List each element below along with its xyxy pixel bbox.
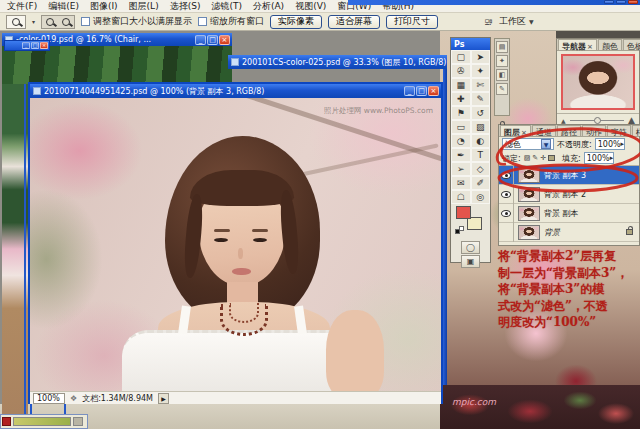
maximize-button[interactable]: □ xyxy=(416,86,427,96)
eraser-tool[interactable]: ▭ xyxy=(451,120,471,134)
maximize-button[interactable]: □ xyxy=(207,35,218,45)
minimized-palette[interactable] xyxy=(0,414,88,429)
navigator-tab-2[interactable]: 色板 xyxy=(623,39,640,50)
slider-handle[interactable] xyxy=(594,117,601,124)
dock-icon-d[interactable]: ✎ xyxy=(496,83,508,95)
resize-window-option[interactable]: 调整窗口大小以满屏显示 xyxy=(81,15,192,28)
dodge-tool[interactable]: ◐ xyxy=(471,134,491,148)
clone-stamp-tool[interactable]: ⚑ xyxy=(451,106,471,120)
blur-tool[interactable]: ◔ xyxy=(451,134,471,148)
layers-tab-0[interactable]: 图层× xyxy=(500,125,531,136)
menu-item-7[interactable]: 视图(V) xyxy=(295,0,326,13)
zoom-all-option[interactable]: 缩放所有窗口 xyxy=(198,15,264,28)
lasso-tool[interactable]: ✇ xyxy=(451,64,471,78)
layers-tab-4[interactable]: 字符 xyxy=(607,125,631,136)
crop-tool[interactable]: ▦ xyxy=(451,78,471,92)
type-tool[interactable]: T xyxy=(471,148,491,162)
foreground-color-swatch[interactable] xyxy=(456,206,471,219)
app-minimize-button[interactable] xyxy=(604,0,614,4)
zoom-in-out-buttons[interactable] xyxy=(41,15,75,29)
rectangular-marquee-tool[interactable]: ▢ xyxy=(451,50,471,64)
zoom-level-field[interactable]: 100% xyxy=(33,393,65,404)
close-button[interactable]: × xyxy=(40,42,48,49)
visibility-toggle[interactable] xyxy=(499,223,514,242)
visibility-toggle[interactable] xyxy=(499,166,514,185)
minimize-button[interactable]: _ xyxy=(22,42,30,49)
menu-item-3[interactable]: 图层(L) xyxy=(129,0,159,13)
fill-field[interactable]: 100% ▸ xyxy=(584,152,614,164)
toolbox-titlebar[interactable]: Ps xyxy=(451,38,490,50)
lock-buttons[interactable]: ▨ ✎ ✛ xyxy=(524,154,555,162)
dropdown-arrow-icon[interactable]: ▼ xyxy=(541,139,551,149)
move-tool[interactable]: ➤ xyxy=(471,50,491,64)
dock-icon-b[interactable]: ✦ xyxy=(496,55,508,67)
hidden-window-titlebar[interactable]: _ □ × xyxy=(4,40,50,51)
portrait-photo-canvas[interactable]: 照片处理网 www.PhotoPS.com xyxy=(30,98,441,391)
maximize-button[interactable]: □ xyxy=(31,42,39,49)
zoom-tool[interactable]: ◎ xyxy=(471,190,491,204)
lock-pixels-icon[interactable]: ✎ xyxy=(532,154,538,162)
hand-tool[interactable]: ☖ xyxy=(451,190,471,204)
resize-window-checkbox[interactable] xyxy=(81,17,90,26)
close-tab-icon[interactable]: × xyxy=(521,129,527,137)
healing-brush-tool[interactable]: ✚ xyxy=(451,92,471,106)
navigator-preview-area[interactable] xyxy=(557,51,639,113)
quick-mask-button[interactable]: ◯ xyxy=(461,241,480,254)
layer-thumbnail[interactable] xyxy=(518,168,540,183)
blend-mode-dropdown[interactable]: 滤色 ▼ xyxy=(502,138,554,150)
navigator-palette[interactable]: 导航器×颜色色板样式 ▲ ▲ xyxy=(556,38,640,127)
zoom-all-checkbox[interactable] xyxy=(198,17,207,26)
opacity-field[interactable]: 100% ▸ xyxy=(595,138,625,150)
dock-icon-c[interactable]: ◧ xyxy=(496,69,508,81)
default-colors-icon[interactable] xyxy=(455,226,464,234)
current-tool-zoom[interactable] xyxy=(6,15,26,29)
lock-transparency-icon[interactable]: ▨ xyxy=(524,154,531,162)
layers-tab-3[interactable]: 动作 xyxy=(582,125,606,136)
layers-tab-2[interactable]: 路径 xyxy=(557,125,581,136)
magic-wand-tool[interactable]: ✦ xyxy=(471,64,491,78)
minimize-button[interactable]: _ xyxy=(404,86,415,96)
lock-position-icon[interactable]: ✛ xyxy=(540,154,546,162)
visibility-toggle[interactable] xyxy=(499,185,514,204)
brush-tool[interactable]: ✎ xyxy=(471,92,491,106)
layer-thumbnail[interactable] xyxy=(518,225,540,240)
gradient-tool[interactable]: ▨ xyxy=(471,120,491,134)
path-selection-tool[interactable]: ➢ xyxy=(451,162,471,176)
eyedropper-tool[interactable]: ✐ xyxy=(471,176,491,190)
pen-tool[interactable]: ✒ xyxy=(451,148,471,162)
active-document-window[interactable]: 20100714044951425.psd @ 100% (背景 副本 3, R… xyxy=(28,82,443,404)
layer-row-3[interactable]: 背景 xyxy=(499,223,639,242)
print-size-button[interactable]: 打印尺寸 xyxy=(386,15,438,29)
menu-item-1[interactable]: 编辑(E) xyxy=(48,0,79,13)
document-window-color025-titlebar[interactable]: 200101CS-color-025.psd @ 33.3% (图层 10, R… xyxy=(228,55,447,69)
opacity-slider-arrow-icon[interactable]: ▸ xyxy=(621,140,625,148)
toolbox-palette[interactable]: Ps ▢➤✇✦▦✄✚✎⚑↺▭▨◔◐✒T➢◇✉✐☖◎ ◯ ▣ xyxy=(450,37,491,263)
tool-preset-arrow-icon[interactable]: ▾ xyxy=(32,18,35,25)
dock-icon-a[interactable]: ▤ xyxy=(496,41,508,53)
menu-item-2[interactable]: 图像(I) xyxy=(90,0,118,13)
zoom-out-mountain-icon[interactable]: ▲ xyxy=(561,117,566,124)
menu-item-0[interactable]: 文件(F) xyxy=(7,0,37,13)
fill-slider-arrow-icon[interactable]: ▸ xyxy=(610,154,614,162)
screen-mode-button[interactable]: ▣ xyxy=(461,255,480,268)
workspace-dropdown[interactable]: 工作区 ▼ xyxy=(499,15,534,28)
menu-item-5[interactable]: 滤镜(T) xyxy=(211,0,242,13)
navigator-tab-0[interactable]: 导航器× xyxy=(558,39,597,50)
layer-thumbnail[interactable] xyxy=(518,187,540,202)
shape-tool[interactable]: ◇ xyxy=(471,162,491,176)
layer-row-0[interactable]: 背景 副本 3 xyxy=(499,166,639,185)
fit-screen-button[interactable]: 适合屏幕 xyxy=(328,15,380,29)
minimize-button[interactable]: _ xyxy=(195,35,206,45)
lock-all-icon[interactable] xyxy=(548,155,555,161)
layer-row-1[interactable]: 背景 副本 2 xyxy=(499,185,639,204)
layers-tab-1[interactable]: 通道 xyxy=(532,125,556,136)
layer-thumbnail[interactable] xyxy=(518,206,540,221)
active-window-titlebar[interactable]: 20100714044951425.psd @ 100% (背景 副本 3, R… xyxy=(30,84,441,98)
layers-palette[interactable]: 图层×通道路径动作字符样式 滤色 ▼ 不透明度: 100% ▸ 锁定: ▨ ✎ … xyxy=(498,124,640,246)
slice-tool[interactable]: ✄ xyxy=(471,78,491,92)
app-maximize-button[interactable] xyxy=(616,0,626,4)
menu-item-6[interactable]: 分析(A) xyxy=(253,0,284,13)
palette-well-header[interactable] xyxy=(556,31,640,38)
navigator-tab-1[interactable]: 颜色 xyxy=(598,39,622,50)
actual-pixels-button[interactable]: 实际像素 xyxy=(270,15,322,29)
